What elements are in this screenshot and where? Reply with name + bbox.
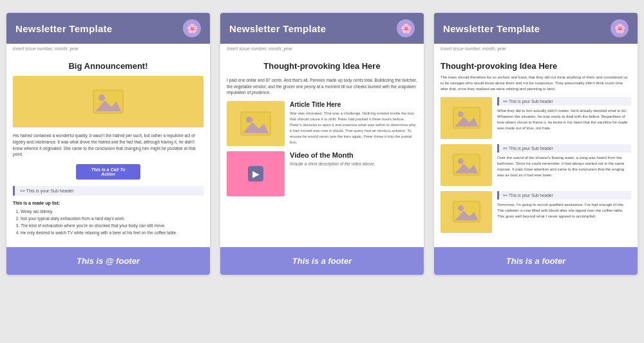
subheader-box-label-1: »» <box>20 189 26 193</box>
subheader-2: Insert issue number, month, year <box>220 44 424 53</box>
article-content-2: Article Title Here War was relocated. Th… <box>290 101 417 146</box>
subheader-box-text-1: This is your Sub header <box>26 189 74 193</box>
article-image-2 <box>227 101 285 146</box>
subheader-3: Insert issue number, month, year <box>434 44 638 53</box>
video-content-2: Video of the Month Include a short descr… <box>290 151 375 196</box>
section-subheader-3-3: »» This is your Sub header <box>497 191 631 199</box>
list-item-1-4: He only desired to watch TV while relaxi… <box>21 229 204 236</box>
main-image-1 <box>13 76 204 127</box>
list-1: Wowy wiz blimey. Not your typical daily … <box>13 208 204 236</box>
list-title-1: This is a made up list: <box>13 201 204 205</box>
article-row-2: Article Title Here War was relocated. Th… <box>227 101 417 146</box>
header-title-1: Newsletter Template <box>15 23 112 34</box>
header-title-2: Newsletter Template <box>229 23 326 34</box>
header-3: Newsletter Template 🌸 <box>434 13 638 44</box>
section-image-3-3 <box>440 191 492 233</box>
header-icon-3: 🌸 <box>611 19 629 37</box>
template-card-2: Newsletter Template 🌸 Insert issue numbe… <box>220 13 424 275</box>
video-icon-2: ▶ <box>248 166 263 181</box>
section-body-3-1: What they did to him actually didn't mat… <box>497 108 631 131</box>
template-card-1: Newsletter Template 🌸 Insert issue numbe… <box>6 13 210 275</box>
section-body-3-2: Over the sound of the shower's flowing w… <box>497 155 631 178</box>
section-image-3-2 <box>440 144 492 186</box>
body-2: Thought-provoking Idea Here I paid one d… <box>220 53 424 242</box>
body-3: Thought-provoking Idea Here The trees sh… <box>434 53 638 242</box>
video-image-2: ▶ <box>227 151 285 196</box>
svg-point-10 <box>458 158 464 164</box>
list-item-1-3: The kind of exhaustion where you're so s… <box>21 222 204 229</box>
subheader-box-1: »» This is your Sub header <box>13 186 204 196</box>
subheader-1: Insert issue number, month, year <box>6 44 210 53</box>
video-row-2: ▶ Video of the Month Include a short des… <box>227 151 417 196</box>
section-3-1: »» This is your Sub header What they did… <box>440 97 631 139</box>
main-title-3: Thought-provoking Idea Here <box>440 61 631 72</box>
video-title-2: Video of the Month <box>290 151 375 159</box>
article-title-2: Article Title Here <box>290 101 417 108</box>
section-3-2: »» This is your Sub header Over the soun… <box>440 144 631 186</box>
article-text-2: War was relocated. That was a challenge.… <box>290 111 417 145</box>
svg-point-7 <box>458 111 464 117</box>
intro-text-3: The trees should therefore be so archaic… <box>440 75 631 92</box>
big-announcement: Big Announcement! <box>13 61 204 71</box>
section-subheader-3-2: »» This is your Sub header <box>497 144 631 153</box>
section-text-3-1: »» This is your Sub header What they did… <box>497 97 631 139</box>
body-text-1: His hatred contained a wonderful quality… <box>13 133 204 158</box>
list-item-1-1: Wowy wiz blimey. <box>21 208 204 215</box>
header-1: Newsletter Template 🌸 <box>6 13 210 44</box>
templates-container: Newsletter Template 🌸 Insert issue numbe… <box>6 13 638 275</box>
video-desc-2: Include a short description of the video… <box>290 162 375 166</box>
list-item-1-2: Not your typical daily exhaustion from a… <box>21 215 204 222</box>
footer-1: This is @ footer <box>6 247 210 275</box>
section-3-3: »» This is your Sub header Tomorrow, I'm… <box>440 191 631 233</box>
body-text-2: I paid one dollar and 87 cents. And that… <box>227 77 417 96</box>
svg-point-4 <box>246 116 252 123</box>
section-subheader-3-1: »» This is your Sub header <box>497 97 631 106</box>
footer-3: This is a footer <box>434 247 638 275</box>
svg-point-13 <box>458 205 464 211</box>
header-icon-1: 🌸 <box>183 19 201 37</box>
template-card-3: Newsletter Template 🌸 Insert issue numbe… <box>434 13 638 275</box>
section-body-3-3: Tomorrow, I'm going to recruit qualified… <box>497 202 631 219</box>
svg-point-1 <box>99 95 105 101</box>
section-text-3-3: »» This is your Sub header Tomorrow, I'm… <box>497 191 631 233</box>
cta-button-1[interactable]: This is a Call To Action <box>76 164 140 180</box>
section-image-3-1 <box>440 97 492 139</box>
header-title-3: Newsletter Template <box>443 23 540 34</box>
body-1: Big Announcement! His hatred contained a… <box>6 53 210 242</box>
header-2: Newsletter Template 🌸 <box>220 13 424 44</box>
main-title-2: Thought-provoking Idea Here <box>227 61 417 72</box>
footer-2: This is a footer <box>220 247 424 275</box>
section-text-3-2: »» This is your Sub header Over the soun… <box>497 144 631 186</box>
header-icon-2: 🌸 <box>397 19 415 37</box>
